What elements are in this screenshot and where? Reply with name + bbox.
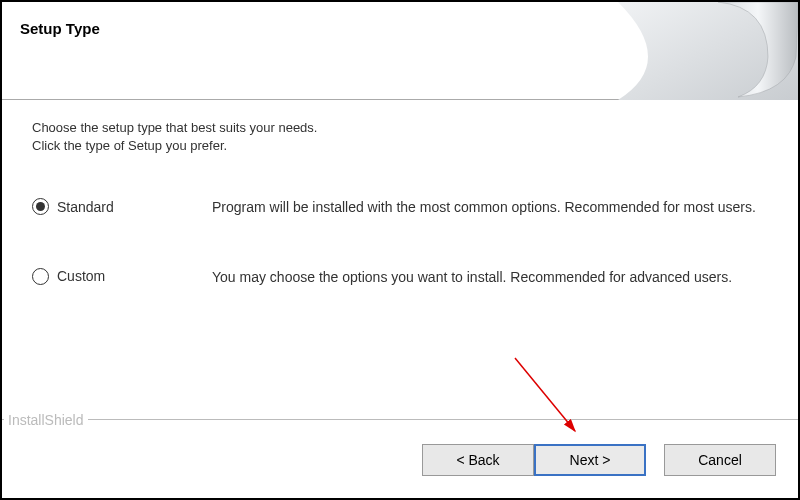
- radio-standard[interactable]: [32, 198, 49, 215]
- wizard-header: Setup Type: [2, 2, 798, 100]
- button-row: < Back Next > Cancel: [422, 444, 776, 476]
- next-button[interactable]: Next >: [534, 444, 646, 476]
- annotation-arrow-icon: [510, 353, 590, 443]
- radio-dot-icon: [36, 202, 45, 211]
- option-standard[interactable]: Standard Program will be installed with …: [32, 198, 768, 218]
- option-standard-label: Standard: [57, 199, 114, 215]
- wizard-content: Choose the setup type that best suits yo…: [2, 100, 798, 357]
- option-custom-description: You may choose the options you want to i…: [212, 268, 768, 288]
- page-title: Setup Type: [20, 20, 100, 37]
- option-custom-label: Custom: [57, 268, 105, 284]
- brand-label: InstallShield: [4, 412, 88, 428]
- page-curl-icon: [618, 2, 798, 100]
- back-button[interactable]: < Back: [422, 444, 534, 476]
- option-custom[interactable]: Custom You may choose the options you wa…: [32, 268, 768, 288]
- option-standard-description: Program will be installed with the most …: [212, 198, 768, 218]
- footer-divider: [2, 419, 798, 420]
- svg-line-0: [515, 358, 575, 431]
- intro-text-2: Click the type of Setup you prefer.: [32, 138, 768, 153]
- intro-text-1: Choose the setup type that best suits yo…: [32, 120, 768, 135]
- radio-custom[interactable]: [32, 268, 49, 285]
- cancel-button[interactable]: Cancel: [664, 444, 776, 476]
